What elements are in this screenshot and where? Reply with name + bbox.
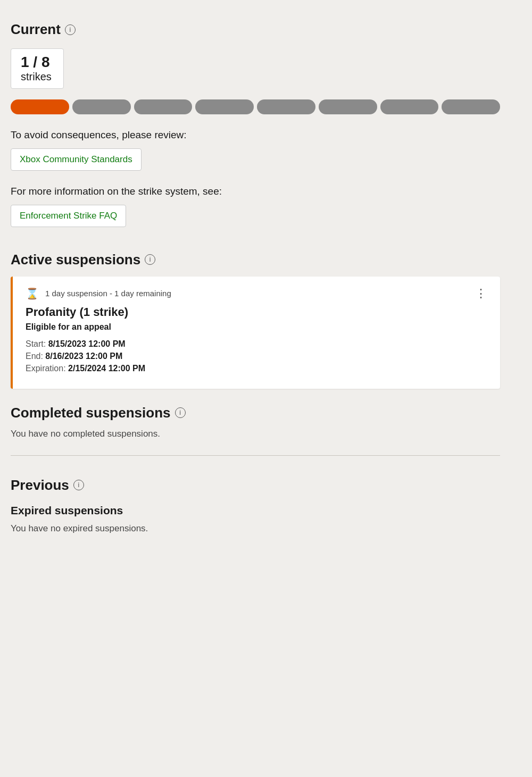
expiration-label: Expiration: [26,364,68,373]
previous-title: Previous [11,477,69,494]
previous-section-header: Previous i [11,477,500,494]
progress-segment-8 [442,99,500,114]
end-value: 8/16/2023 12:00 PM [45,352,122,361]
completed-suspensions-section: Completed suspensions i You have no comp… [11,405,500,439]
strike-system-prompt-text: For more information on the strike syste… [11,186,500,197]
current-section: Current i 1 / 8 strikes To avoid consequ… [11,21,500,242]
expiration-value: 2/15/2024 12:00 PM [68,364,145,373]
end-label: End: [26,352,45,361]
expired-suspensions-subsection: Expired suspensions You have no expired … [11,504,500,534]
progress-segment-6 [319,99,377,114]
current-info-icon[interactable]: i [65,24,76,35]
card-header-left: ⌛ 1 day suspension - 1 day remaining [26,287,171,300]
current-title: Current [11,21,61,38]
active-suspensions-info-icon[interactable]: i [145,254,155,265]
strikes-label: strikes [21,71,54,83]
progress-bar [11,99,500,114]
progress-segment-4 [195,99,254,114]
expired-suspensions-empty: You have no expired suspensions. [11,523,500,534]
current-section-header: Current i [11,21,500,38]
section-divider [11,455,500,456]
active-suspensions-section: Active suspensions i ⌛ 1 day suspension … [11,252,500,389]
completed-suspensions-empty: You have no completed suspensions. [11,429,500,439]
progress-segment-7 [380,99,439,114]
review-prompt-text: To avoid consequences, please review: [11,129,500,141]
previous-section: Previous i Expired suspensions You have … [11,477,500,534]
completed-suspensions-info-icon[interactable]: i [175,407,186,418]
card-header: ⌛ 1 day suspension - 1 day remaining ⋮ [26,287,487,300]
more-options-icon[interactable]: ⋮ [475,288,487,299]
active-suspensions-header: Active suspensions i [11,252,500,268]
enforcement-faq-link[interactable]: Enforcement Strike FAQ [11,205,126,227]
hourglass-icon: ⌛ [26,287,39,300]
start-value: 8/15/2023 12:00 PM [48,339,126,348]
suspension-card: ⌛ 1 day suspension - 1 day remaining ⋮ P… [11,277,500,389]
page-container: Current i 1 / 8 strikes To avoid consequ… [0,0,511,582]
expired-suspensions-title: Expired suspensions [11,504,500,517]
strikes-badge: 1 / 8 strikes [11,48,64,89]
suspension-title: Profanity (1 strike) [26,305,487,319]
suspension-timer: 1 day suspension - 1 day remaining [45,289,171,298]
previous-info-icon[interactable]: i [73,480,84,490]
start-label: Start: [26,339,48,348]
suspension-end: End: 8/16/2023 12:00 PM [26,352,487,361]
suspension-expiration: Expiration: 2/15/2024 12:00 PM [26,364,487,373]
suspension-appeal: Eligible for an appeal [26,322,487,332]
completed-suspensions-title: Completed suspensions [11,405,171,421]
active-suspensions-title: Active suspensions [11,252,140,268]
completed-suspensions-header: Completed suspensions i [11,405,500,421]
progress-segment-3 [134,99,193,114]
progress-segment-2 [72,99,131,114]
strikes-fraction: 1 / 8 [21,54,54,71]
progress-segment-5 [257,99,315,114]
progress-segment-1 [11,99,69,114]
suspension-start: Start: 8/15/2023 12:00 PM [26,339,487,349]
community-standards-link[interactable]: Xbox Community Standards [11,148,142,171]
